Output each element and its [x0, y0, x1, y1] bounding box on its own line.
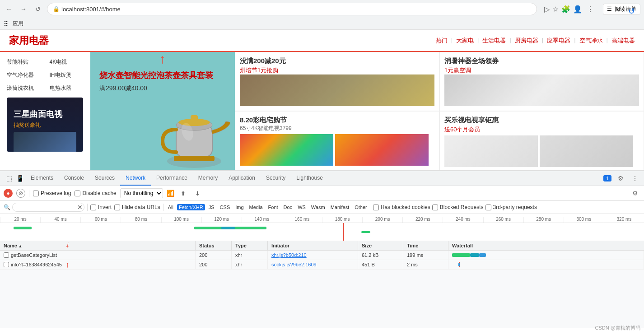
row1-initiator: xhr.js?b50d:210	[268, 251, 358, 260]
bookmark-apps[interactable]: 应用	[13, 20, 23, 28]
nav-season[interactable]: 应季电器	[547, 37, 570, 45]
download-icon[interactable]: ⬇	[192, 188, 203, 199]
tab-sources[interactable]: Sources	[89, 171, 120, 186]
tick-3: 80 ms	[121, 217, 161, 223]
settings-icon[interactable]: ⚙	[615, 173, 626, 184]
bookmark-icon[interactable]: ☆	[552, 5, 559, 14]
filter-ws[interactable]: WS	[296, 204, 308, 210]
address-bar[interactable]: 🔒 localhost:8001/#/home	[47, 3, 537, 15]
third-party-checkbox[interactable]	[485, 205, 491, 210]
record-button[interactable]: ●	[4, 189, 13, 198]
preserve-log-label[interactable]: Preserve log	[33, 190, 71, 196]
throttle-select[interactable]: No throttling	[120, 188, 163, 198]
nav-kitchen[interactable]: 厨房电器	[515, 37, 538, 45]
tab-lighthouse[interactable]: Lighthouse	[291, 171, 328, 186]
filter-wasm[interactable]: Wasm	[309, 204, 327, 210]
hide-data-urls-checkbox[interactable]	[114, 205, 120, 210]
filter-manifest[interactable]: Manifest	[329, 204, 351, 210]
timeline: 20 ms 40 ms 60 ms 80 ms 100 ms 120 ms 14…	[0, 214, 644, 241]
filter-doc[interactable]: Doc	[282, 204, 294, 210]
promo-cell-2: 买乐视电视享钜惠 送60个月会员	[439, 111, 644, 170]
tick-1: 40 ms	[40, 217, 80, 223]
cast-icon[interactable]: ▷	[544, 5, 550, 14]
header-time[interactable]: Time	[403, 241, 448, 250]
tab-security[interactable]: Security	[261, 171, 291, 186]
blocked-req-label[interactable]: Blocked Requests	[432, 204, 484, 210]
header-initiator[interactable]: Initiator	[268, 241, 358, 250]
tick-10: 220 ms	[402, 217, 443, 223]
profile-icon[interactable]: 👤	[573, 5, 582, 14]
row2-wf-container	[452, 262, 497, 267]
third-party-label[interactable]: 3rd-party requests	[485, 204, 537, 210]
tab-performance[interactable]: Performance	[151, 171, 193, 186]
nav-air[interactable]: 空气净水	[579, 37, 603, 45]
header-name[interactable]: Name	[0, 241, 196, 250]
filter-css[interactable]: CSS	[218, 204, 232, 210]
tab-network[interactable]: Network	[120, 171, 151, 186]
sidebar-item-1[interactable]: 4K电视	[50, 56, 84, 68]
invert-label[interactable]: Invert	[90, 204, 112, 210]
filter-clear-icon[interactable]: ✕	[77, 204, 83, 211]
filter-other[interactable]: Other	[353, 204, 369, 210]
settings-gear-icon[interactable]: ⚙	[630, 188, 640, 199]
header-status[interactable]: Status	[196, 241, 232, 250]
preserve-log-checkbox[interactable]	[33, 191, 39, 196]
sidebar-item-4[interactable]: 滚筒洗衣机	[7, 83, 41, 94]
hide-data-urls-label[interactable]: Hide data URLs	[114, 204, 160, 210]
row1-checkbox[interactable]	[4, 252, 9, 258]
more-icon[interactable]: ⋮	[630, 173, 640, 184]
tab-console[interactable]: Console	[59, 171, 89, 186]
tick-6: 140 ms	[242, 217, 282, 223]
filter-js[interactable]: JS	[207, 204, 216, 210]
nav-hot[interactable]: 热门	[436, 37, 448, 45]
badge-count[interactable]: 1	[603, 175, 611, 181]
sidebar-grid: 节能补贴 4K电视 空气净化器 IH电饭煲 滚筒洗衣机 电热水器	[7, 56, 83, 94]
back-button[interactable]: ←	[4, 4, 14, 14]
filter-font[interactable]: Font	[266, 204, 280, 210]
sidebar-item-2[interactable]: 空气净化器	[7, 70, 41, 81]
devtools-mobile-icon[interactable]: 📱	[14, 173, 25, 184]
nav-premium[interactable]: 高端电器	[611, 37, 635, 45]
tl-bar-blue	[221, 227, 235, 229]
filter-all[interactable]: All	[166, 204, 175, 210]
nav-life[interactable]: 生活电器	[482, 37, 506, 45]
row2-checkbox[interactable]	[4, 262, 9, 267]
tab-elements[interactable]: Elements	[25, 171, 59, 186]
extension-icon[interactable]: 🧩	[561, 5, 570, 14]
menu-icon[interactable]: ⋮	[587, 5, 594, 14]
forward-button[interactable]: →	[18, 4, 29, 14]
network-toolbar: ● ⊘ Preserve log Disable cache No thrott…	[0, 186, 644, 201]
sidebar-item-0[interactable]: 节能补贴	[7, 56, 41, 68]
site-nav: 热门 | 大家电 | 生活电器 | 厨房电器 | 应季电器 | 空气净水 | 高…	[436, 37, 635, 45]
filter-fetch-xhr[interactable]: Fetch/XHR	[177, 204, 205, 210]
devtools-right-action: ⚙	[630, 188, 640, 199]
disable-cache-checkbox[interactable]	[75, 191, 80, 196]
reload-button[interactable]: ↺	[33, 4, 43, 14]
stop-button[interactable]: ⊘	[16, 189, 25, 198]
tab-memory[interactable]: Memory	[193, 171, 223, 186]
tab-application[interactable]: Application	[223, 171, 261, 186]
tick-15: 320 ms	[604, 217, 644, 223]
table-row[interactable]: info?t=1638449624545 200 xhr sockjs.js?9…	[0, 260, 644, 270]
header-size[interactable]: Size	[358, 241, 403, 250]
has-blocked-checkbox[interactable]	[373, 205, 379, 210]
has-blocked-label[interactable]: Has blocked cookies	[373, 204, 430, 210]
devtools-inspect-icon[interactable]: ⬚	[4, 173, 14, 184]
sidebar-item-3[interactable]: IH电饭煲	[50, 70, 84, 81]
samsung-banner: 三星曲面电视 抽奖送豪礼	[7, 98, 83, 152]
filter-input[interactable]	[12, 203, 84, 212]
disable-cache-label[interactable]: Disable cache	[75, 190, 116, 196]
row2-status: 200	[196, 260, 232, 269]
filter-media[interactable]: Media	[247, 204, 265, 210]
header-type[interactable]: Type	[232, 241, 268, 250]
invert-checkbox[interactable]	[90, 205, 96, 210]
nav-big[interactable]: 大家电	[456, 37, 474, 45]
filter-img[interactable]: Img	[233, 204, 245, 210]
timeline-bars	[0, 223, 644, 241]
sidebar-item-5[interactable]: 电热水器	[50, 83, 84, 94]
table-row[interactable]: getBaseCategoryList 200 xhr xhr.js?b50d:…	[0, 251, 644, 260]
blocked-req-checkbox[interactable]	[432, 205, 438, 210]
upload-icon[interactable]: ⬆	[178, 188, 189, 199]
promo-subtitle-2: 送60个月会员	[444, 126, 639, 134]
header-waterfall[interactable]: Waterfall	[448, 241, 644, 250]
